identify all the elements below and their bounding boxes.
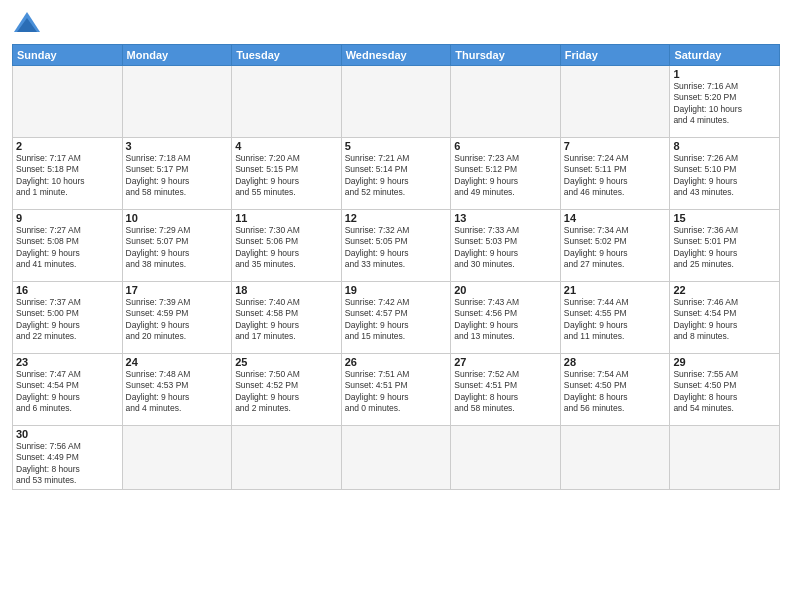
day-info: Sunrise: 7:18 AM Sunset: 5:17 PM Dayligh… bbox=[126, 153, 229, 199]
calendar-cell: 24Sunrise: 7:48 AM Sunset: 4:53 PM Dayli… bbox=[122, 354, 232, 426]
calendar-cell: 19Sunrise: 7:42 AM Sunset: 4:57 PM Dayli… bbox=[341, 282, 451, 354]
day-number: 11 bbox=[235, 212, 338, 224]
day-info: Sunrise: 7:17 AM Sunset: 5:18 PM Dayligh… bbox=[16, 153, 119, 199]
day-info: Sunrise: 7:51 AM Sunset: 4:51 PM Dayligh… bbox=[345, 369, 448, 415]
week-row-4: 16Sunrise: 7:37 AM Sunset: 5:00 PM Dayli… bbox=[13, 282, 780, 354]
day-number: 26 bbox=[345, 356, 448, 368]
calendar-cell bbox=[560, 426, 670, 490]
calendar-cell: 16Sunrise: 7:37 AM Sunset: 5:00 PM Dayli… bbox=[13, 282, 123, 354]
header-row: SundayMondayTuesdayWednesdayThursdayFrid… bbox=[13, 45, 780, 66]
calendar-cell: 4Sunrise: 7:20 AM Sunset: 5:15 PM Daylig… bbox=[232, 138, 342, 210]
calendar-cell bbox=[451, 66, 561, 138]
week-row-3: 9Sunrise: 7:27 AM Sunset: 5:08 PM Daylig… bbox=[13, 210, 780, 282]
day-number: 10 bbox=[126, 212, 229, 224]
calendar-cell: 3Sunrise: 7:18 AM Sunset: 5:17 PM Daylig… bbox=[122, 138, 232, 210]
day-info: Sunrise: 7:24 AM Sunset: 5:11 PM Dayligh… bbox=[564, 153, 667, 199]
calendar-cell: 9Sunrise: 7:27 AM Sunset: 5:08 PM Daylig… bbox=[13, 210, 123, 282]
day-number: 20 bbox=[454, 284, 557, 296]
day-info: Sunrise: 7:26 AM Sunset: 5:10 PM Dayligh… bbox=[673, 153, 776, 199]
day-info: Sunrise: 7:40 AM Sunset: 4:58 PM Dayligh… bbox=[235, 297, 338, 343]
calendar-cell: 11Sunrise: 7:30 AM Sunset: 5:06 PM Dayli… bbox=[232, 210, 342, 282]
calendar-cell: 14Sunrise: 7:34 AM Sunset: 5:02 PM Dayli… bbox=[560, 210, 670, 282]
calendar-cell bbox=[560, 66, 670, 138]
calendar-cell: 17Sunrise: 7:39 AM Sunset: 4:59 PM Dayli… bbox=[122, 282, 232, 354]
calendar-cell: 2Sunrise: 7:17 AM Sunset: 5:18 PM Daylig… bbox=[13, 138, 123, 210]
day-info: Sunrise: 7:32 AM Sunset: 5:05 PM Dayligh… bbox=[345, 225, 448, 271]
day-number: 9 bbox=[16, 212, 119, 224]
day-number: 7 bbox=[564, 140, 667, 152]
day-number: 21 bbox=[564, 284, 667, 296]
col-header-monday: Monday bbox=[122, 45, 232, 66]
calendar-cell bbox=[341, 426, 451, 490]
day-info: Sunrise: 7:43 AM Sunset: 4:56 PM Dayligh… bbox=[454, 297, 557, 343]
day-number: 12 bbox=[345, 212, 448, 224]
day-number: 16 bbox=[16, 284, 119, 296]
calendar-cell: 27Sunrise: 7:52 AM Sunset: 4:51 PM Dayli… bbox=[451, 354, 561, 426]
col-header-wednesday: Wednesday bbox=[341, 45, 451, 66]
calendar-cell: 7Sunrise: 7:24 AM Sunset: 5:11 PM Daylig… bbox=[560, 138, 670, 210]
col-header-saturday: Saturday bbox=[670, 45, 780, 66]
calendar-cell bbox=[341, 66, 451, 138]
day-number: 19 bbox=[345, 284, 448, 296]
day-info: Sunrise: 7:30 AM Sunset: 5:06 PM Dayligh… bbox=[235, 225, 338, 271]
day-info: Sunrise: 7:55 AM Sunset: 4:50 PM Dayligh… bbox=[673, 369, 776, 415]
day-info: Sunrise: 7:48 AM Sunset: 4:53 PM Dayligh… bbox=[126, 369, 229, 415]
day-number: 1 bbox=[673, 68, 776, 80]
svg-rect-2 bbox=[22, 26, 32, 32]
calendar-cell: 1Sunrise: 7:16 AM Sunset: 5:20 PM Daylig… bbox=[670, 66, 780, 138]
day-info: Sunrise: 7:42 AM Sunset: 4:57 PM Dayligh… bbox=[345, 297, 448, 343]
col-header-tuesday: Tuesday bbox=[232, 45, 342, 66]
day-number: 17 bbox=[126, 284, 229, 296]
calendar-cell bbox=[122, 426, 232, 490]
day-number: 24 bbox=[126, 356, 229, 368]
header bbox=[12, 10, 780, 38]
day-info: Sunrise: 7:56 AM Sunset: 4:49 PM Dayligh… bbox=[16, 441, 119, 487]
day-number: 25 bbox=[235, 356, 338, 368]
day-info: Sunrise: 7:33 AM Sunset: 5:03 PM Dayligh… bbox=[454, 225, 557, 271]
day-number: 23 bbox=[16, 356, 119, 368]
day-info: Sunrise: 7:47 AM Sunset: 4:54 PM Dayligh… bbox=[16, 369, 119, 415]
day-info: Sunrise: 7:23 AM Sunset: 5:12 PM Dayligh… bbox=[454, 153, 557, 199]
calendar-cell bbox=[232, 66, 342, 138]
calendar-cell: 23Sunrise: 7:47 AM Sunset: 4:54 PM Dayli… bbox=[13, 354, 123, 426]
calendar-cell bbox=[232, 426, 342, 490]
day-number: 2 bbox=[16, 140, 119, 152]
day-number: 22 bbox=[673, 284, 776, 296]
week-row-2: 2Sunrise: 7:17 AM Sunset: 5:18 PM Daylig… bbox=[13, 138, 780, 210]
calendar-cell: 26Sunrise: 7:51 AM Sunset: 4:51 PM Dayli… bbox=[341, 354, 451, 426]
day-info: Sunrise: 7:37 AM Sunset: 5:00 PM Dayligh… bbox=[16, 297, 119, 343]
calendar-cell: 28Sunrise: 7:54 AM Sunset: 4:50 PM Dayli… bbox=[560, 354, 670, 426]
calendar-cell: 20Sunrise: 7:43 AM Sunset: 4:56 PM Dayli… bbox=[451, 282, 561, 354]
day-number: 27 bbox=[454, 356, 557, 368]
day-number: 28 bbox=[564, 356, 667, 368]
calendar-cell: 10Sunrise: 7:29 AM Sunset: 5:07 PM Dayli… bbox=[122, 210, 232, 282]
day-info: Sunrise: 7:50 AM Sunset: 4:52 PM Dayligh… bbox=[235, 369, 338, 415]
calendar-cell: 30Sunrise: 7:56 AM Sunset: 4:49 PM Dayli… bbox=[13, 426, 123, 490]
day-number: 15 bbox=[673, 212, 776, 224]
day-info: Sunrise: 7:27 AM Sunset: 5:08 PM Dayligh… bbox=[16, 225, 119, 271]
calendar-cell: 18Sunrise: 7:40 AM Sunset: 4:58 PM Dayli… bbox=[232, 282, 342, 354]
day-info: Sunrise: 7:52 AM Sunset: 4:51 PM Dayligh… bbox=[454, 369, 557, 415]
calendar-cell bbox=[13, 66, 123, 138]
day-info: Sunrise: 7:36 AM Sunset: 5:01 PM Dayligh… bbox=[673, 225, 776, 271]
day-info: Sunrise: 7:21 AM Sunset: 5:14 PM Dayligh… bbox=[345, 153, 448, 199]
day-number: 3 bbox=[126, 140, 229, 152]
day-number: 30 bbox=[16, 428, 119, 440]
calendar-page: SundayMondayTuesdayWednesdayThursdayFrid… bbox=[0, 0, 792, 612]
calendar-cell: 12Sunrise: 7:32 AM Sunset: 5:05 PM Dayli… bbox=[341, 210, 451, 282]
day-number: 29 bbox=[673, 356, 776, 368]
week-row-1: 1Sunrise: 7:16 AM Sunset: 5:20 PM Daylig… bbox=[13, 66, 780, 138]
calendar-cell bbox=[451, 426, 561, 490]
day-number: 8 bbox=[673, 140, 776, 152]
calendar-cell bbox=[122, 66, 232, 138]
calendar-cell: 15Sunrise: 7:36 AM Sunset: 5:01 PM Dayli… bbox=[670, 210, 780, 282]
calendar-cell: 8Sunrise: 7:26 AM Sunset: 5:10 PM Daylig… bbox=[670, 138, 780, 210]
calendar-cell: 29Sunrise: 7:55 AM Sunset: 4:50 PM Dayli… bbox=[670, 354, 780, 426]
calendar-table: SundayMondayTuesdayWednesdayThursdayFrid… bbox=[12, 44, 780, 490]
day-number: 18 bbox=[235, 284, 338, 296]
calendar-cell bbox=[670, 426, 780, 490]
day-number: 6 bbox=[454, 140, 557, 152]
calendar-cell: 13Sunrise: 7:33 AM Sunset: 5:03 PM Dayli… bbox=[451, 210, 561, 282]
week-row-6: 30Sunrise: 7:56 AM Sunset: 4:49 PM Dayli… bbox=[13, 426, 780, 490]
calendar-cell: 25Sunrise: 7:50 AM Sunset: 4:52 PM Dayli… bbox=[232, 354, 342, 426]
